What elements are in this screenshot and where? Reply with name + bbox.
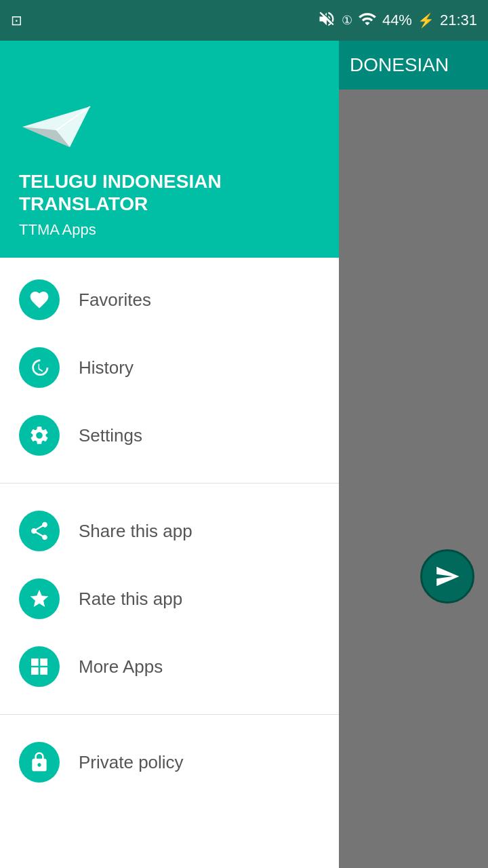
menu-item-privacy[interactable]: Private policy bbox=[0, 728, 339, 796]
app-logo bbox=[19, 100, 320, 157]
primary-menu: Favorites History Settings bbox=[0, 258, 339, 477]
divider-2 bbox=[0, 714, 339, 715]
history-label: History bbox=[79, 357, 134, 378]
menu-item-settings[interactable]: Settings bbox=[0, 401, 339, 469]
share-label: Share this app bbox=[79, 521, 192, 542]
history-icon-circle bbox=[19, 347, 60, 388]
send-icon bbox=[434, 564, 460, 589]
favorites-label: Favorites bbox=[79, 290, 151, 311]
main-layout: TELUGU INDONESIAN TRANSLATOR TTMA Apps F… bbox=[0, 41, 488, 868]
secondary-menu: Share this app Rate this app More bbox=[0, 489, 339, 709]
status-bar: ⊡ ① 44% ⚡ 21:31 bbox=[0, 0, 488, 41]
rate-icon-circle bbox=[19, 578, 60, 619]
share-icon-circle bbox=[19, 511, 60, 551]
menu-item-favorites[interactable]: Favorites bbox=[0, 266, 339, 334]
divider-1 bbox=[0, 483, 339, 484]
battery-icon: ⚡ bbox=[418, 12, 434, 28]
lock-icon bbox=[28, 751, 50, 773]
app-subtitle: TTMA Apps bbox=[19, 221, 320, 239]
translate-button[interactable] bbox=[420, 549, 474, 604]
screen-icon: ⊡ bbox=[11, 12, 22, 28]
clock-icon bbox=[28, 357, 50, 378]
main-header: DONESIAN bbox=[339, 41, 488, 90]
grid-icon bbox=[28, 656, 50, 677]
menu-item-more-apps[interactable]: More Apps bbox=[0, 633, 339, 701]
heart-icon bbox=[28, 289, 50, 311]
star-icon bbox=[28, 588, 50, 610]
privacy-icon-circle bbox=[19, 742, 60, 783]
menu-item-rate[interactable]: Rate this app bbox=[0, 565, 339, 633]
battery-level: 44% bbox=[382, 12, 412, 29]
more-apps-label: More Apps bbox=[79, 656, 163, 677]
favorites-icon-circle bbox=[19, 279, 60, 320]
privacy-label: Private policy bbox=[79, 752, 184, 773]
main-content: DONESIAN bbox=[339, 41, 488, 868]
drawer: TELUGU INDONESIAN TRANSLATOR TTMA Apps F… bbox=[0, 41, 339, 868]
settings-icon-circle bbox=[19, 415, 60, 456]
rate-label: Rate this app bbox=[79, 589, 182, 610]
menu-item-history[interactable]: History bbox=[0, 334, 339, 401]
drawer-header: TELUGU INDONESIAN TRANSLATOR TTMA Apps bbox=[0, 41, 339, 258]
clock: 21:31 bbox=[440, 12, 477, 29]
tertiary-menu: Private policy bbox=[0, 720, 339, 804]
app-title: TELUGU INDONESIAN TRANSLATOR bbox=[19, 170, 320, 216]
signal-icon bbox=[358, 9, 377, 32]
mute-icon bbox=[317, 9, 336, 32]
share-icon bbox=[28, 520, 50, 542]
menu-item-share[interactable]: Share this app bbox=[0, 497, 339, 565]
gear-icon bbox=[28, 425, 50, 446]
sim-icon: ① bbox=[342, 13, 352, 28]
more-apps-icon-circle bbox=[19, 646, 60, 687]
main-header-title: DONESIAN bbox=[350, 54, 449, 76]
settings-label: Settings bbox=[79, 425, 142, 446]
